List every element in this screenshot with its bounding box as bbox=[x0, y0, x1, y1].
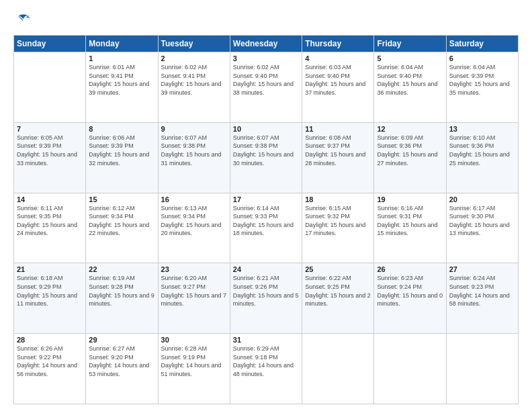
calendar-cell: 15Sunrise: 6:12 AMSunset: 9:34 PMDayligh… bbox=[86, 193, 158, 263]
day-info: Sunrise: 6:03 AMSunset: 9:40 PMDaylight:… bbox=[305, 63, 371, 97]
day-info: Sunrise: 6:08 AMSunset: 9:37 PMDaylight:… bbox=[305, 134, 371, 167]
calendar-cell bbox=[14, 52, 86, 123]
day-info: Sunrise: 6:10 AMSunset: 9:36 PMDaylight:… bbox=[449, 134, 515, 167]
day-info: Sunrise: 6:02 AMSunset: 9:41 PMDaylight:… bbox=[161, 63, 227, 97]
calendar-week-row: 28Sunrise: 6:26 AMSunset: 9:22 PMDayligh… bbox=[14, 334, 519, 404]
calendar-cell: 29Sunrise: 6:27 AMSunset: 9:20 PMDayligh… bbox=[86, 334, 158, 404]
day-info: Sunrise: 6:06 AMSunset: 9:39 PMDaylight:… bbox=[89, 134, 154, 167]
weekday-header-saturday: Saturday bbox=[446, 36, 518, 52]
day-number: 10 bbox=[233, 125, 299, 133]
calendar-cell: 8Sunrise: 6:06 AMSunset: 9:39 PMDaylight… bbox=[86, 122, 158, 193]
calendar-cell: 3Sunrise: 6:02 AMSunset: 9:40 PMDaylight… bbox=[230, 52, 302, 123]
calendar-cell: 20Sunrise: 6:17 AMSunset: 9:30 PMDayligh… bbox=[446, 193, 518, 263]
calendar-cell: 6Sunrise: 6:04 AMSunset: 9:39 PMDaylight… bbox=[446, 52, 518, 123]
day-number: 17 bbox=[233, 195, 299, 203]
calendar-cell bbox=[446, 334, 518, 404]
day-number: 9 bbox=[161, 125, 227, 133]
logo bbox=[13, 12, 34, 28]
calendar-cell: 18Sunrise: 6:15 AMSunset: 9:32 PMDayligh… bbox=[302, 193, 374, 263]
day-number: 2 bbox=[161, 54, 227, 62]
calendar-cell: 11Sunrise: 6:08 AMSunset: 9:37 PMDayligh… bbox=[302, 122, 374, 193]
day-info: Sunrise: 6:17 AMSunset: 9:30 PMDaylight:… bbox=[449, 204, 515, 238]
day-info: Sunrise: 6:11 AMSunset: 9:35 PMDaylight:… bbox=[17, 204, 83, 238]
calendar-cell: 19Sunrise: 6:16 AMSunset: 9:31 PMDayligh… bbox=[374, 193, 446, 263]
day-info: Sunrise: 6:05 AMSunset: 9:39 PMDaylight:… bbox=[17, 134, 83, 167]
day-number: 27 bbox=[449, 265, 515, 273]
day-number: 18 bbox=[305, 195, 371, 203]
day-number: 15 bbox=[89, 195, 154, 203]
day-info: Sunrise: 6:26 AMSunset: 9:22 PMDaylight:… bbox=[17, 345, 83, 378]
day-info: Sunrise: 6:12 AMSunset: 9:34 PMDaylight:… bbox=[89, 204, 154, 238]
calendar-week-row: 1Sunrise: 6:01 AMSunset: 9:41 PMDaylight… bbox=[14, 52, 519, 123]
calendar-cell: 23Sunrise: 6:20 AMSunset: 9:27 PMDayligh… bbox=[158, 263, 230, 334]
calendar-cell: 28Sunrise: 6:26 AMSunset: 9:22 PMDayligh… bbox=[14, 334, 86, 404]
day-number: 19 bbox=[377, 195, 443, 203]
day-number: 31 bbox=[233, 336, 299, 344]
day-number: 16 bbox=[161, 195, 227, 203]
calendar-cell: 22Sunrise: 6:19 AMSunset: 9:28 PMDayligh… bbox=[86, 263, 158, 334]
calendar-cell: 26Sunrise: 6:23 AMSunset: 9:24 PMDayligh… bbox=[374, 263, 446, 334]
day-number: 23 bbox=[161, 265, 227, 273]
calendar-cell: 13Sunrise: 6:10 AMSunset: 9:36 PMDayligh… bbox=[446, 122, 518, 193]
day-info: Sunrise: 6:29 AMSunset: 9:18 PMDaylight:… bbox=[233, 345, 299, 378]
day-number: 30 bbox=[161, 336, 227, 344]
day-info: Sunrise: 6:19 AMSunset: 9:28 PMDaylight:… bbox=[89, 274, 154, 308]
day-number: 8 bbox=[89, 125, 154, 133]
calendar-cell: 21Sunrise: 6:18 AMSunset: 9:29 PMDayligh… bbox=[14, 263, 86, 334]
day-info: Sunrise: 6:14 AMSunset: 9:33 PMDaylight:… bbox=[233, 204, 299, 238]
calendar-table: SundayMondayTuesdayWednesdayThursdayFrid… bbox=[13, 35, 519, 404]
calendar-cell: 4Sunrise: 6:03 AMSunset: 9:40 PMDaylight… bbox=[302, 52, 374, 123]
weekday-header-tuesday: Tuesday bbox=[158, 36, 230, 52]
day-number: 22 bbox=[89, 265, 154, 273]
day-info: Sunrise: 6:22 AMSunset: 9:25 PMDaylight:… bbox=[305, 274, 371, 308]
day-info: Sunrise: 6:27 AMSunset: 9:20 PMDaylight:… bbox=[89, 345, 154, 378]
calendar-cell bbox=[302, 334, 374, 404]
day-info: Sunrise: 6:07 AMSunset: 9:38 PMDaylight:… bbox=[161, 134, 227, 167]
weekday-header-row: SundayMondayTuesdayWednesdayThursdayFrid… bbox=[14, 36, 519, 52]
calendar-cell: 24Sunrise: 6:21 AMSunset: 9:26 PMDayligh… bbox=[230, 263, 302, 334]
calendar-cell: 16Sunrise: 6:13 AMSunset: 9:34 PMDayligh… bbox=[158, 193, 230, 263]
day-info: Sunrise: 6:02 AMSunset: 9:40 PMDaylight:… bbox=[233, 63, 299, 97]
day-info: Sunrise: 6:09 AMSunset: 9:36 PMDaylight:… bbox=[377, 134, 443, 167]
weekday-header-thursday: Thursday bbox=[302, 36, 374, 52]
logo-bird-icon bbox=[16, 12, 32, 28]
calendar-cell: 2Sunrise: 6:02 AMSunset: 9:41 PMDaylight… bbox=[158, 52, 230, 123]
day-number: 1 bbox=[89, 54, 154, 62]
day-number: 25 bbox=[305, 265, 371, 273]
day-number: 7 bbox=[17, 125, 83, 133]
day-info: Sunrise: 6:13 AMSunset: 9:34 PMDaylight:… bbox=[161, 204, 227, 238]
calendar-cell bbox=[374, 334, 446, 404]
day-info: Sunrise: 6:24 AMSunset: 9:23 PMDaylight:… bbox=[449, 274, 515, 308]
calendar-cell: 14Sunrise: 6:11 AMSunset: 9:35 PMDayligh… bbox=[14, 193, 86, 263]
calendar-week-row: 7Sunrise: 6:05 AMSunset: 9:39 PMDaylight… bbox=[14, 122, 519, 193]
calendar-cell: 27Sunrise: 6:24 AMSunset: 9:23 PMDayligh… bbox=[446, 263, 518, 334]
day-info: Sunrise: 6:04 AMSunset: 9:39 PMDaylight:… bbox=[449, 63, 515, 97]
day-number: 14 bbox=[17, 195, 83, 203]
weekday-header-monday: Monday bbox=[86, 36, 158, 52]
day-number: 29 bbox=[89, 336, 154, 344]
page: SundayMondayTuesdayWednesdayThursdayFrid… bbox=[0, 0, 532, 411]
calendar-cell: 7Sunrise: 6:05 AMSunset: 9:39 PMDaylight… bbox=[14, 122, 86, 193]
day-number: 24 bbox=[233, 265, 299, 273]
weekday-header-friday: Friday bbox=[374, 36, 446, 52]
day-info: Sunrise: 6:16 AMSunset: 9:31 PMDaylight:… bbox=[377, 204, 443, 238]
day-info: Sunrise: 6:20 AMSunset: 9:27 PMDaylight:… bbox=[161, 274, 227, 308]
day-info: Sunrise: 6:23 AMSunset: 9:24 PMDaylight:… bbox=[377, 274, 443, 308]
day-number: 28 bbox=[17, 336, 83, 344]
calendar-week-row: 14Sunrise: 6:11 AMSunset: 9:35 PMDayligh… bbox=[14, 193, 519, 263]
day-info: Sunrise: 6:21 AMSunset: 9:26 PMDaylight:… bbox=[233, 274, 299, 308]
calendar-week-row: 21Sunrise: 6:18 AMSunset: 9:29 PMDayligh… bbox=[14, 263, 519, 334]
header bbox=[13, 12, 519, 28]
day-number: 20 bbox=[449, 195, 515, 203]
calendar-cell: 17Sunrise: 6:14 AMSunset: 9:33 PMDayligh… bbox=[230, 193, 302, 263]
calendar-cell: 9Sunrise: 6:07 AMSunset: 9:38 PMDaylight… bbox=[158, 122, 230, 193]
day-info: Sunrise: 6:04 AMSunset: 9:40 PMDaylight:… bbox=[377, 63, 443, 97]
day-number: 5 bbox=[377, 54, 443, 62]
calendar-cell: 30Sunrise: 6:28 AMSunset: 9:19 PMDayligh… bbox=[158, 334, 230, 404]
day-info: Sunrise: 6:15 AMSunset: 9:32 PMDaylight:… bbox=[305, 204, 371, 238]
calendar-cell: 5Sunrise: 6:04 AMSunset: 9:40 PMDaylight… bbox=[374, 52, 446, 123]
calendar-cell: 10Sunrise: 6:07 AMSunset: 9:38 PMDayligh… bbox=[230, 122, 302, 193]
day-number: 3 bbox=[233, 54, 299, 62]
day-info: Sunrise: 6:28 AMSunset: 9:19 PMDaylight:… bbox=[161, 345, 227, 378]
day-number: 6 bbox=[449, 54, 515, 62]
